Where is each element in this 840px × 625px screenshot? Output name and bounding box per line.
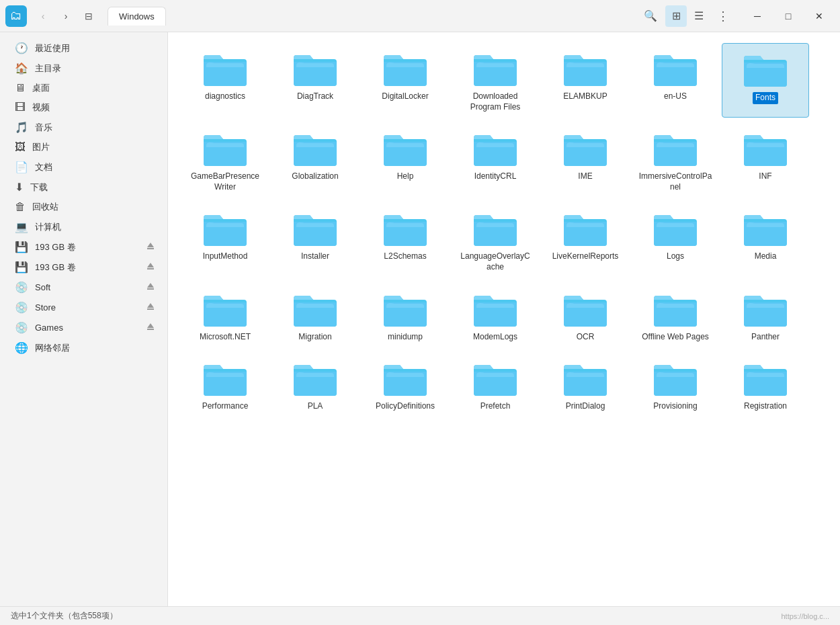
- folder-icon-l2schemas: [381, 208, 429, 249]
- folder-icon-fonts: [741, 49, 790, 89]
- folder-item-media[interactable]: Media: [722, 203, 809, 278]
- sidebar-label-recent: 最近使用: [35, 42, 155, 54]
- folder-item-downloaded[interactable]: Downloaded Program Files: [452, 43, 539, 118]
- folder-name-prefetch: Prefetch: [480, 401, 511, 412]
- nav-buttons: ‹ › ⊟: [32, 5, 99, 27]
- folder-icon-elambkup: [561, 48, 610, 89]
- sidebar-label-soft: Soft: [35, 282, 139, 292]
- folder-item-registration[interactable]: Registration: [722, 353, 809, 417]
- folder-name-inf: INF: [759, 171, 771, 182]
- eject-icon-games[interactable]: [146, 322, 155, 333]
- folder-item-modemlogs[interactable]: ModemLogs: [452, 284, 539, 348]
- folder-item-installer[interactable]: Installer: [271, 203, 359, 278]
- folder-icon-livekernelreports: [561, 208, 610, 249]
- folder-item-prefetch[interactable]: Prefetch: [452, 353, 539, 417]
- folder-name-downloaded: Downloaded Program Files: [458, 91, 532, 112]
- folder-item-livekernelreports[interactable]: LiveKernelReports: [542, 203, 629, 278]
- docs-icon: 📄: [15, 161, 28, 173]
- folder-item-l2schemas[interactable]: L2Schemas: [362, 203, 449, 278]
- folder-name-help: Help: [397, 171, 414, 182]
- sidebar-item-docs[interactable]: 📄文档: [4, 157, 163, 177]
- svg-rect-3: [147, 268, 154, 269]
- folder-item-microsoftnet[interactable]: Microsoft.NET: [181, 284, 269, 348]
- folder-item-inf[interactable]: INF: [722, 123, 809, 198]
- tab-windows[interactable]: Windows: [108, 7, 166, 26]
- eject-icon-drive1[interactable]: [146, 241, 155, 253]
- folder-item-migration[interactable]: Migration: [271, 284, 359, 348]
- sidebar-item-home[interactable]: 🏠主目录: [4, 58, 163, 78]
- folder-icon-gamebar: [201, 128, 249, 169]
- folder-icon-performance: [201, 358, 249, 399]
- sidebar-item-games[interactable]: 💿Games: [4, 318, 163, 337]
- status-url: https://blog.c...: [781, 612, 829, 620]
- folder-name-diagtrack: DiagTrack: [297, 91, 333, 102]
- minimize-button[interactable]: ─: [742, 5, 773, 27]
- eject-icon-store[interactable]: [146, 302, 155, 313]
- folder-item-elambkup[interactable]: ELAMBKUP: [542, 43, 629, 118]
- sidebar-item-store[interactable]: 💿Store: [4, 298, 163, 317]
- sidebar-item-network[interactable]: 🌐网络邻居: [4, 338, 163, 358]
- folder-item-immersive[interactable]: ImmersiveControlPanel: [632, 123, 719, 198]
- sidebar-item-computer[interactable]: 💻计算机: [4, 217, 163, 237]
- folder-item-en-us[interactable]: en-US: [632, 43, 719, 118]
- folder-name-diagnostics: diagnostics: [205, 91, 245, 102]
- view-grid-button[interactable]: ⊞: [665, 5, 687, 27]
- sidebar-item-music[interactable]: 🎵音乐: [4, 118, 163, 137]
- sidebar-item-recent[interactable]: 🕐最近使用: [4, 38, 163, 58]
- more-options-button[interactable]: ⋮: [712, 5, 734, 27]
- folder-item-globalization[interactable]: Globalization: [271, 123, 359, 198]
- search-button[interactable]: 🔍: [638, 5, 663, 27]
- folder-item-identitycrl[interactable]: IdentityCRL: [452, 123, 539, 198]
- folder-item-languageoverlay[interactable]: LanguageOverlayCache: [452, 203, 539, 278]
- folder-item-logs[interactable]: Logs: [632, 203, 719, 278]
- sidebar-item-drive1[interactable]: 💾193 GB 卷: [4, 237, 163, 257]
- sidebar-item-desktop[interactable]: 🖥桌面: [4, 79, 163, 97]
- folder-name-digitallocker: DigitalLocker: [382, 91, 428, 102]
- folder-item-provisioning[interactable]: Provisioning: [632, 353, 719, 417]
- folder-item-minidump[interactable]: minidump: [362, 284, 449, 348]
- folder-item-performance[interactable]: Performance: [181, 353, 269, 417]
- folder-icon-media: [741, 208, 790, 249]
- close-button[interactable]: ✕: [804, 5, 835, 27]
- folder-item-diagnostics[interactable]: diagnostics: [181, 43, 269, 118]
- sidebar-item-downloads[interactable]: ⬇下载: [4, 177, 163, 197]
- folder-icon-installer: [291, 208, 339, 249]
- folder-item-inputmethod[interactable]: InputMethod: [181, 203, 269, 278]
- folder-icon-policydefinitions: [381, 358, 429, 399]
- maximize-button[interactable]: □: [773, 5, 804, 27]
- sidebar: 🕐最近使用🏠主目录🖥桌面🎞视频🎵音乐🖼图片📄文档⬇下载🗑回收站💻计算机💾193 …: [0, 32, 168, 606]
- folder-icon-diagnostics: [201, 48, 249, 89]
- eject-icon-soft[interactable]: [146, 282, 155, 293]
- nav-back-button[interactable]: ‹: [32, 5, 54, 27]
- window-controls: ─ □ ✕: [742, 5, 835, 27]
- folder-item-diagtrack[interactable]: DiagTrack: [271, 43, 359, 118]
- folder-item-ocr[interactable]: OCR: [542, 284, 629, 348]
- folder-icon-minidump: [381, 289, 429, 329]
- folder-name-elambkup: ELAMBKUP: [563, 91, 607, 102]
- folder-item-printdialog[interactable]: PrintDialog: [542, 353, 629, 417]
- folder-name-gamebar: GameBarPresenceWriter: [188, 171, 262, 192]
- folder-name-l2schemas: L2Schemas: [384, 251, 426, 262]
- eject-icon-drive2[interactable]: [146, 261, 155, 273]
- folder-name-fonts: Fonts: [753, 92, 778, 104]
- folder-item-gamebar[interactable]: GameBarPresenceWriter: [181, 123, 269, 198]
- sidebar-item-trash[interactable]: 🗑回收站: [4, 198, 163, 216]
- sidebar-item-video[interactable]: 🎞视频: [4, 98, 163, 117]
- folder-item-digitallocker[interactable]: DigitalLocker: [362, 43, 449, 118]
- folder-item-ime[interactable]: IME: [542, 123, 629, 198]
- sidebar-item-pictures[interactable]: 🖼图片: [4, 138, 163, 157]
- folder-item-fonts[interactable]: Fonts: [722, 43, 809, 118]
- nav-forward-button[interactable]: ›: [55, 5, 77, 27]
- folder-item-pla[interactable]: PLA: [271, 353, 359, 417]
- folder-icon-ocr: [561, 289, 610, 329]
- folder-item-policydefinitions[interactable]: PolicyDefinitions: [362, 353, 449, 417]
- view-list-button[interactable]: ☰: [688, 5, 710, 27]
- folder-item-help[interactable]: Help: [362, 123, 449, 198]
- sidebar-item-drive2[interactable]: 💾193 GB 卷: [4, 257, 163, 277]
- sidebar-item-soft[interactable]: 💿Soft: [4, 278, 163, 297]
- nav-panel-button[interactable]: ⊟: [78, 5, 99, 27]
- folder-name-en-us: en-US: [664, 91, 687, 102]
- folder-item-panther[interactable]: Panther: [722, 284, 809, 348]
- folder-item-offlineweb[interactable]: Offline Web Pages: [632, 284, 719, 348]
- drive1-icon: 💾: [15, 241, 28, 253]
